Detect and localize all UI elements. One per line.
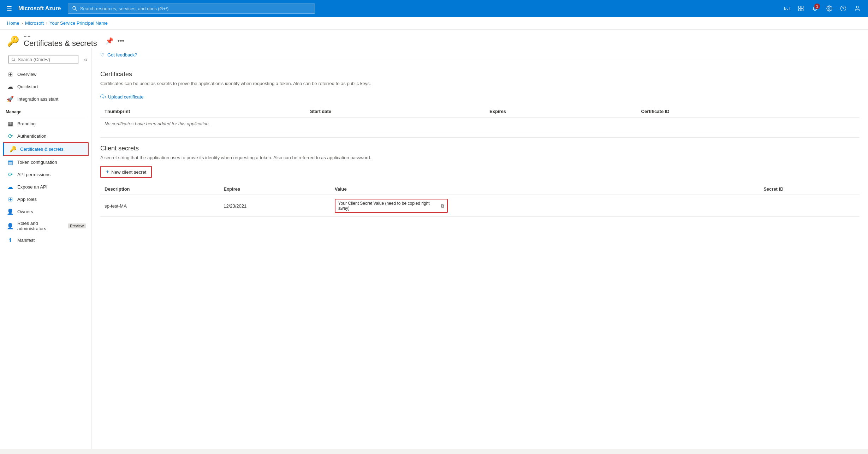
client-secrets-table: Description Expires Value Secret ID sp-t… <box>100 184 860 217</box>
table-row: sp-test-MA 12/23/2021 Your Client Secret… <box>100 195 860 217</box>
upload-icon <box>100 94 106 100</box>
notifications-icon[interactable]: 3 <box>809 2 821 15</box>
sidebar-item-approles[interactable]: ⊞ App roles <box>0 193 91 205</box>
feedback-label: Got feedback? <box>107 52 137 58</box>
sidebar-label-owners: Owners <box>17 209 33 214</box>
sidebar-item-expose[interactable]: ☁ Expose an API <box>0 181 91 193</box>
col-thumbprint: Thumbprint <box>100 106 306 117</box>
sidebar-label-api: API permissions <box>17 172 50 177</box>
more-options-icon[interactable]: ••• <box>118 37 124 45</box>
secret-description: sp-test-MA <box>100 195 219 217</box>
sidebar-item-manifest[interactable]: ℹ Manifest <box>0 234 91 246</box>
sidebar-item-integration[interactable]: 🚀 Integration assistant <box>0 93 91 105</box>
certificates-desc: Certificates can be used as secrets to p… <box>100 81 860 86</box>
secret-value-cell: Your Client Secret Value (need to be cop… <box>331 195 760 217</box>
auth-icon: ⟳ <box>7 133 14 139</box>
sidebar-label-integration: Integration assistant <box>17 96 58 102</box>
sidebar-label-manifest: Manifest <box>17 238 35 243</box>
breadcrumb-sep-2: › <box>46 20 47 26</box>
svg-point-0 <box>73 6 76 9</box>
sidebar-item-branding[interactable]: ▦ Branding <box>0 118 91 130</box>
table-row: No certificates have been added for this… <box>100 117 860 130</box>
cloud-shell-svg <box>784 5 790 12</box>
sidebar-label-roles: Roles and administrators <box>17 221 62 231</box>
certificates-table: Thumbprint Start date Expires Certificat… <box>100 106 860 130</box>
sidebar-search-input[interactable] <box>18 57 75 62</box>
sidebar-search[interactable] <box>8 55 78 64</box>
search-input[interactable] <box>80 6 310 11</box>
breadcrumb-spn[interactable]: Your Service Principal Name <box>49 20 108 26</box>
client-secrets-desc: A secret string that the application use… <box>100 155 860 160</box>
col-startdate: Start date <box>306 106 485 117</box>
quickstart-icon: ☁ <box>7 83 14 90</box>
feedback-heart-icon: ♡ <box>100 52 105 58</box>
sidebar-label-authentication: Authentication <box>17 133 46 139</box>
secret-value-box: Your Client Secret Value (need to be cop… <box>335 199 448 213</box>
directory-icon[interactable] <box>795 2 807 15</box>
svg-rect-7 <box>801 9 803 11</box>
page-header-actions: 📌 ••• <box>106 37 124 45</box>
breadcrumb-microsoft[interactable]: Microsoft <box>25 20 44 26</box>
certs-icon: 🔑 <box>10 146 17 153</box>
search-bar[interactable] <box>68 4 315 14</box>
svg-line-1 <box>76 9 77 11</box>
sidebar-label-overview: Overview <box>17 72 36 77</box>
manage-section-title: Manage <box>0 105 91 116</box>
certificates-title: Certificates <box>100 71 860 78</box>
sidebar-item-owners[interactable]: 👤 Owners <box>0 205 91 218</box>
client-secrets-title: Client secrets <box>100 145 860 152</box>
svg-rect-6 <box>798 9 801 11</box>
roles-icon: 👤 <box>7 223 14 229</box>
sidebar-item-api[interactable]: ⟳ API permissions <box>0 168 91 181</box>
cloud-shell-icon[interactable] <box>780 2 793 15</box>
svg-point-8 <box>828 8 830 10</box>
hamburger-icon[interactable]: ☰ <box>4 2 14 14</box>
col-secretid: Secret ID <box>759 184 860 195</box>
collapse-icon[interactable]: « <box>84 56 87 63</box>
profile-icon[interactable] <box>851 2 864 15</box>
col-expires: Expires <box>219 184 330 195</box>
svg-rect-5 <box>801 6 803 8</box>
profile-svg <box>854 5 861 12</box>
owners-icon: 👤 <box>7 208 14 215</box>
integration-icon: 🚀 <box>7 96 14 102</box>
topbar: ☰ Microsoft Azure 3 <box>0 0 868 17</box>
sidebar-label-expose: Expose an API <box>17 184 47 190</box>
sidebar-label-token: Token configuration <box>17 160 57 165</box>
notification-badge: 3 <box>814 4 820 9</box>
feedback-bar[interactable]: ♡ Got feedback? <box>92 48 868 62</box>
sidebar-item-quickstart[interactable]: ☁ Quickstart <box>0 80 91 93</box>
sidebar-item-authentication[interactable]: ⟳ Authentication <box>0 130 91 142</box>
branding-icon: ▦ <box>7 120 14 127</box>
breadcrumb-sep-1: › <box>22 20 23 26</box>
copy-icon[interactable]: ⧉ <box>441 203 444 209</box>
main-layout: « ⊞ Overview ☁ Quickstart 🚀 Integration … <box>0 48 868 449</box>
page-subtitle: -- -- <box>24 34 97 39</box>
help-icon[interactable] <box>837 2 850 15</box>
section-divider <box>100 137 860 138</box>
sidebar-item-overview[interactable]: ⊞ Overview <box>0 68 91 80</box>
new-secret-label: New client secret <box>111 169 146 175</box>
sidebar-item-token[interactable]: ▤ Token configuration <box>0 156 91 168</box>
page-icon: 🔑 <box>7 35 19 47</box>
pin-icon[interactable]: 📌 <box>106 37 113 45</box>
svg-point-9 <box>841 6 846 11</box>
approles-icon: ⊞ <box>7 196 14 203</box>
token-icon: ▤ <box>7 159 14 166</box>
sidebar-label-quickstart: Quickstart <box>17 84 38 89</box>
content-area: ♡ Got feedback? Certificates Certificate… <box>92 48 868 449</box>
settings-icon[interactable] <box>823 2 836 15</box>
secret-value-text: Your Client Secret Value (need to be cop… <box>338 201 439 211</box>
preview-badge: Preview <box>68 223 86 228</box>
svg-line-13 <box>14 60 15 61</box>
upload-certificate-button[interactable]: Upload certificate <box>100 92 860 102</box>
breadcrumb-home[interactable]: Home <box>7 20 19 26</box>
new-client-secret-button[interactable]: + New client secret <box>100 166 152 178</box>
sidebar: « ⊞ Overview ☁ Quickstart 🚀 Integration … <box>0 48 92 449</box>
sidebar-item-roles[interactable]: 👤 Roles and administrators Preview <box>0 218 91 234</box>
expose-icon: ☁ <box>7 184 14 190</box>
upload-label: Upload certificate <box>108 94 143 100</box>
col-value: Value <box>331 184 760 195</box>
overview-icon: ⊞ <box>7 71 14 78</box>
sidebar-item-certs[interactable]: 🔑 Certificates & secrets <box>3 142 89 156</box>
